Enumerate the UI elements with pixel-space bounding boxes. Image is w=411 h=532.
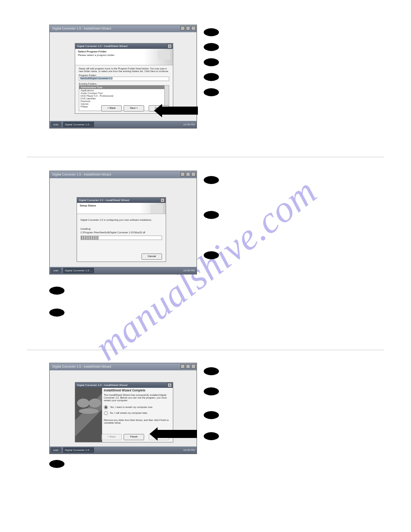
status-text: Digital Converter 1.0 is configuring you… xyxy=(81,219,162,221)
dialog-close-icon[interactable]: × xyxy=(167,44,172,48)
taskbar-1: start Digital Converter 1.0 ... 10:49 PM xyxy=(50,121,197,128)
program-folder-input[interactable]: NewSoft\Digital Converter 1.0 xyxy=(79,77,169,81)
radio-icon xyxy=(104,405,108,409)
outer-title-text-2: Digital Converter 1.0 - InstallShield Wi… xyxy=(52,173,111,176)
divider xyxy=(27,350,384,350)
outer-title-text-1: Digital Converter 1.0 - InstallShield Wi… xyxy=(52,27,111,30)
taskbar-2: start Digital Converter 1.0 ... 10:49 PM xyxy=(50,267,197,274)
complete-tail: Remove any disks from their drives, and … xyxy=(104,419,169,424)
installing-path: C:\Program Files\NewSoft\Digital Convert… xyxy=(81,231,162,234)
outer-window-3: Digital Converter 1.0 - InstallShield Wi… xyxy=(49,363,197,454)
dialog-titlebar-2: Digital Converter 1.0 - InstallShield Wi… xyxy=(77,197,166,203)
dialog-title-text-1: Digital Converter 1.0 - InstallShield Wi… xyxy=(77,45,128,47)
dialog-titlebar-1: Digital Converter 1.0 - InstallShield Wi… xyxy=(75,43,173,49)
outer-titlebar-1: Digital Converter 1.0 - InstallShield Wi… xyxy=(50,25,197,32)
cancel-button[interactable]: Cancel xyxy=(141,253,162,260)
annotation-bullet xyxy=(49,309,64,317)
dialog-select-folder: Digital Converter 1.0 - InstallShield Wi… xyxy=(75,43,173,114)
divider xyxy=(27,157,384,157)
radio-restart-later[interactable]: No, I will restart my computer later. xyxy=(104,411,169,415)
dialog-close-icon[interactable]: × xyxy=(160,198,165,202)
annotation-bullet xyxy=(204,432,219,440)
start-button[interactable]: start xyxy=(51,447,61,453)
window-controls-3 xyxy=(180,364,196,369)
tray-clock: 10:49 PM xyxy=(183,269,197,272)
radio-icon xyxy=(104,411,108,415)
arrow-pointer-icon xyxy=(157,430,197,438)
progress-bar xyxy=(81,236,162,240)
back-button[interactable]: < Back xyxy=(101,105,122,112)
progress-fill xyxy=(81,236,99,240)
minimize-icon[interactable] xyxy=(180,172,185,176)
section-1: Digital Converter 1.0 - InstallShield Wi… xyxy=(0,22,411,139)
radio-yes-label: Yes, I want to restart my computer now. xyxy=(110,406,153,408)
window-controls-1 xyxy=(180,26,196,30)
maximize-icon[interactable] xyxy=(186,26,190,30)
taskbar-item[interactable]: Digital Converter 1.0 ... xyxy=(63,268,94,273)
annotation-bullet xyxy=(204,28,219,36)
tray-clock: 10:49 PM xyxy=(183,123,197,126)
banner-title-1: Select Program Folder xyxy=(78,50,170,53)
close-icon[interactable] xyxy=(191,364,196,369)
radio-no-label: No, I will restart my computer later. xyxy=(110,412,148,414)
instr-text-1: Setup will add program icons to the Prog… xyxy=(79,67,169,73)
dialog-title-text-3: Digital Converter 1.0 - InstallShield Wi… xyxy=(77,384,128,386)
dialog-title-text-2: Digital Converter 1.0 - InstallShield Wi… xyxy=(79,199,129,202)
minimize-icon[interactable] xyxy=(180,364,185,369)
outer-window-2: Digital Converter 1.0 - InstallShield Wi… xyxy=(49,171,197,275)
annotation-bullet xyxy=(204,73,219,81)
dialog-body-2: Digital Converter 1.0 is configuring you… xyxy=(77,214,166,242)
minimize-icon[interactable] xyxy=(180,26,185,30)
taskbar-item[interactable]: Digital Converter 1.0 ... xyxy=(63,447,94,453)
maximize-icon[interactable] xyxy=(186,172,190,176)
window-controls-2 xyxy=(180,172,196,176)
complete-body: The InstallShield Wizard has successfull… xyxy=(104,394,169,402)
section-2: Digital Converter 1.0 - InstallShield Wi… xyxy=(0,166,411,332)
dialog-setup-status: Digital Converter 1.0 - InstallShield Wi… xyxy=(77,197,166,262)
start-button[interactable]: start xyxy=(51,122,61,127)
outer-title-text-3: Digital Converter 1.0 - InstallShield Wi… xyxy=(52,365,111,368)
annotation-bullet xyxy=(204,387,219,395)
taskbar-item[interactable]: Digital Converter 1.0 ... xyxy=(63,122,94,127)
complete-heading: InstallShield Wizard Complete xyxy=(104,389,169,392)
side-art-icon xyxy=(75,388,102,442)
dialog-footer-2: Cancel xyxy=(141,253,162,260)
annotation-bullet xyxy=(49,460,64,468)
start-button[interactable]: start xyxy=(51,268,61,273)
outer-titlebar-2: Digital Converter 1.0 - InstallShield Wi… xyxy=(50,171,197,178)
annotation-bullet xyxy=(49,287,64,295)
annotation-bullet xyxy=(204,88,219,96)
finish-button[interactable]: Finish xyxy=(124,434,144,440)
annotation-bullet xyxy=(204,176,219,184)
next-button[interactable]: Next > xyxy=(124,105,144,112)
outer-titlebar-3: Digital Converter 1.0 - InstallShield Wi… xyxy=(50,363,197,370)
close-icon[interactable] xyxy=(191,26,196,30)
page: manualshive.com Digital Converter 1.0 - … xyxy=(0,0,411,532)
dialog-banner-2: Setup Status xyxy=(77,203,166,214)
annotation-bullet xyxy=(204,211,219,219)
desktop-area-2: Digital Converter 1.0 - InstallShield Wi… xyxy=(50,178,197,267)
dialog-close-icon[interactable]: × xyxy=(167,383,172,387)
section-3: Digital Converter 1.0 - InstallShield Wi… xyxy=(0,359,411,485)
radio-restart-now[interactable]: Yes, I want to restart my computer now. xyxy=(104,405,169,409)
taskbar-3: start Digital Converter 1.0 ... 10:49 PM xyxy=(50,446,197,454)
arrow-pointer-icon xyxy=(161,107,198,115)
annotation-bullet xyxy=(204,367,219,375)
dialog-titlebar-3: Digital Converter 1.0 - InstallShield Wi… xyxy=(75,382,173,388)
annotation-bullet xyxy=(204,411,219,419)
annotation-bullet xyxy=(204,43,219,51)
annotation-bullet xyxy=(204,251,219,259)
dialog-body-3: InstallShield Wizard Complete The Instal… xyxy=(104,389,169,433)
annotation-bullet xyxy=(204,58,219,66)
dialog-banner-1: Select Program Folder Please select a pr… xyxy=(75,49,173,65)
tray-clock: 10:49 PM xyxy=(183,449,197,451)
back-button: < Back xyxy=(101,434,122,440)
close-icon[interactable] xyxy=(191,172,196,176)
list-item[interactable]: Administrative Tools xyxy=(79,86,169,89)
banner-art-icon xyxy=(150,205,163,214)
installing-label: Installing: xyxy=(81,227,162,230)
maximize-icon[interactable] xyxy=(186,364,190,369)
banner-art-icon xyxy=(158,51,170,60)
banner-sub-1: Please select a program folder. xyxy=(78,54,170,56)
